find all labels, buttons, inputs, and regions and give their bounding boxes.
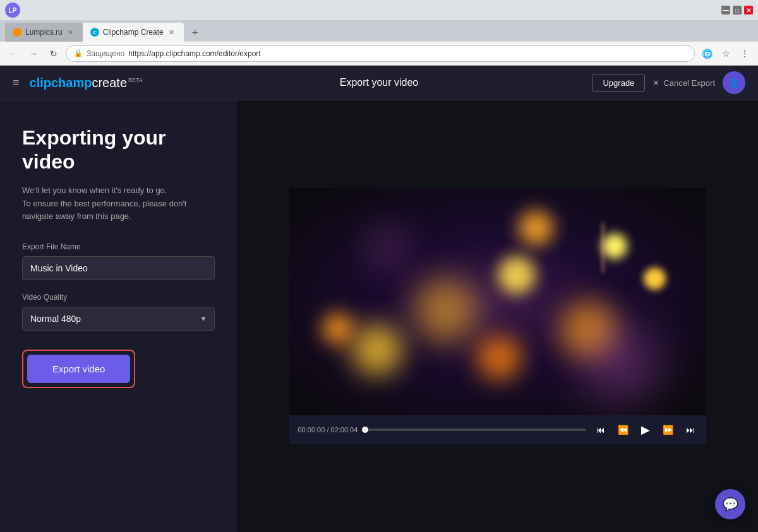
address-actions: 🌐 ☆ ⋮: [699, 45, 753, 62]
user-avatar[interactable]: 👤: [723, 71, 745, 94]
logo-clipchamp: clipchamp: [30, 76, 92, 90]
cancel-export-button[interactable]: ✕ Cancel Export: [653, 78, 715, 88]
time-display: 00:00:00 / 02:00:04: [298, 426, 358, 434]
export-title: Exporting your video: [22, 126, 215, 174]
chat-fab-button[interactable]: 💬: [715, 489, 745, 519]
bokeh-8: [373, 233, 401, 262]
tab-lumpics-close[interactable]: ✕: [66, 28, 75, 37]
file-name-label: Export File Name: [22, 242, 215, 251]
time-total: 02:00:04: [331, 426, 358, 434]
right-panel: 00:00:00 / 02:00:04 ⏮ ⏪ ▶ ⏩ ⏭: [237, 100, 758, 532]
title-bar-controls: — □ ✕: [721, 6, 753, 15]
video-player: 00:00:00 / 02:00:04 ⏮ ⏪ ▶ ⏩ ⏭: [289, 188, 706, 444]
light-streak: [602, 222, 604, 273]
lock-icon: 🔒: [74, 49, 83, 57]
address-bar: ← → ↻ 🔒 Защищено https://app.clipchamp.c…: [0, 42, 758, 66]
logo-area: ≡ clipchampcreateBETA: [13, 76, 143, 90]
upgrade-button[interactable]: Upgrade: [592, 74, 645, 92]
logo-create: create: [92, 76, 127, 90]
back-button[interactable]: ←: [5, 45, 21, 62]
tab-clipchamp-label: Clipchamp Create: [103, 28, 164, 37]
logo: clipchampcreateBETA: [30, 76, 143, 90]
new-tab-button[interactable]: +: [186, 24, 204, 42]
address-url[interactable]: https://app.clipchamp.com/editor/export: [128, 49, 260, 58]
video-controls: 00:00:00 / 02:00:04 ⏮ ⏪ ▶ ⏩ ⏭: [289, 415, 706, 444]
tab-clipchamp[interactable]: C Clipchamp Create ✕: [83, 23, 184, 42]
hamburger-icon[interactable]: ≡: [13, 76, 20, 90]
bokeh-9: [581, 324, 657, 400]
minimize-button[interactable]: —: [721, 6, 730, 15]
skip-forward-button[interactable]: ⏭: [683, 423, 697, 436]
header-actions: Upgrade ✕ Cancel Export 👤: [592, 71, 745, 94]
time-current: 00:00:00: [298, 426, 325, 434]
clipchamp-favicon: C: [90, 28, 99, 37]
bokeh-3: [414, 279, 478, 342]
address-protocol: Защищено: [87, 49, 124, 58]
bokeh-7: [477, 336, 521, 380]
bokeh-2: [322, 313, 354, 345]
title-bar: LP — □ ✕: [0, 0, 758, 20]
play-button[interactable]: ▶: [639, 422, 653, 438]
header-title: Export your video: [340, 77, 419, 88]
bokeh-11: [519, 211, 553, 245]
progress-dot: [362, 427, 368, 433]
bookmark-button[interactable]: ☆: [718, 45, 734, 62]
bokeh-4: [498, 256, 536, 294]
app-header: ≡ clipchampcreateBETA Export your video …: [0, 66, 758, 100]
tab-lumpics[interactable]: Lumpics.ru ✕: [5, 23, 83, 42]
lumpics-favicon: [13, 28, 21, 37]
export-video-button[interactable]: Export video: [27, 355, 130, 383]
app-wrapper: ≡ clipchampcreateBETA Export your video …: [0, 66, 758, 532]
rewind-button[interactable]: ⏪: [615, 423, 631, 436]
quality-select[interactable]: Normal 480p 720p 1080p: [22, 307, 215, 331]
export-description: We'll let you know when it's ready to go…: [22, 184, 215, 223]
beta-badge: BETA: [128, 77, 143, 83]
progress-bar[interactable]: [365, 429, 586, 431]
tab-lumpics-label: Lumpics.ru: [25, 28, 63, 37]
translate-button[interactable]: 🌐: [699, 45, 715, 62]
file-name-input[interactable]: [22, 256, 215, 280]
fast-forward-button[interactable]: ⏩: [660, 423, 676, 436]
cancel-icon: ✕: [653, 78, 659, 88]
quality-select-wrapper: Normal 480p 720p 1080p ▼: [22, 307, 215, 331]
bokeh-6: [602, 233, 627, 259]
export-button-wrapper: Export video: [22, 350, 135, 388]
skip-back-button[interactable]: ⏮: [594, 423, 608, 436]
chrome-user-avatar: LP: [5, 3, 20, 18]
tabs-bar: Lumpics.ru ✕ C Clipchamp Create ✕ +: [0, 20, 758, 42]
video-preview: [289, 188, 706, 415]
main-layout: Exporting your video We'll let you know …: [0, 100, 758, 532]
bokeh-1: [352, 324, 402, 375]
quality-label: Video Quality: [22, 293, 215, 302]
reload-button[interactable]: ↻: [45, 45, 62, 62]
close-button[interactable]: ✕: [744, 6, 753, 15]
bokeh-10: [644, 268, 666, 290]
left-panel: Exporting your video We'll let you know …: [0, 100, 237, 532]
menu-button[interactable]: ⋮: [737, 45, 753, 62]
maximize-button[interactable]: □: [733, 6, 742, 15]
browser-chrome: LP — □ ✕ Lumpics.ru ✕ C Clipchamp Create…: [0, 0, 758, 66]
forward-button[interactable]: →: [25, 45, 42, 62]
cancel-label: Cancel Export: [663, 78, 715, 88]
tab-clipchamp-close[interactable]: ✕: [167, 28, 176, 37]
address-input-container: 🔒 Защищено https://app.clipchamp.com/edi…: [66, 45, 695, 62]
